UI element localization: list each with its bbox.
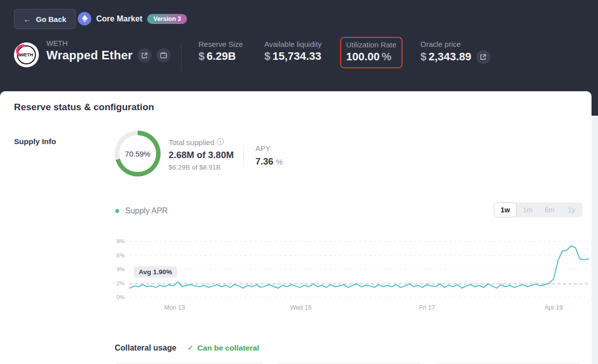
supply-gauge: 70.59% [115, 131, 161, 177]
currency-sign: $ [264, 50, 270, 63]
supply-gauge-value: 70.59% [119, 135, 156, 172]
go-back-button[interactable]: ← Go Back [14, 9, 76, 29]
average-apr-badge: Avg 1.90% [134, 266, 177, 278]
chart-legend: Supply APR [115, 206, 168, 215]
currency-sign: $ [420, 50, 426, 63]
y-axis-tick: 0% [105, 294, 125, 300]
section-title: Reserve status & configuration [14, 102, 154, 113]
stat-label: Reserve Size [199, 40, 243, 48]
range-6m[interactable]: 6m [539, 202, 561, 217]
x-axis-tick: Fri 17 [419, 304, 435, 311]
add-to-wallet-button[interactable] [157, 48, 171, 62]
supply-apr-chart: 8% 6% 4% 2% 0% Avg 1.90% Mon 13 Wed 15 F… [130, 241, 589, 297]
currency-sign: $ [199, 50, 204, 63]
version-badge: Version 3 [147, 14, 187, 24]
weth-token-glyph: WETH [17, 45, 36, 64]
x-axis-tick: Mon 13 [164, 304, 185, 311]
y-axis-tick: 2% [105, 280, 125, 286]
market-name: Core Market [96, 14, 142, 23]
check-icon: ✓ [188, 344, 194, 353]
apy-value: 7.36 [255, 156, 273, 167]
token-name: Wrapped Ether [46, 48, 133, 62]
stat-value: 6.29B [206, 50, 236, 63]
oracle-external-link-button[interactable] [476, 50, 490, 64]
stat-value: 15,734.33 [272, 50, 321, 63]
stat-value: 2,343.89 [428, 50, 471, 63]
weth-token-icon: WETH [14, 42, 39, 67]
chart-svg [130, 241, 589, 297]
y-axis-tick: 6% [105, 252, 125, 258]
total-supplied-label: Total supplied [169, 138, 214, 147]
scrollbar-track[interactable] [592, 116, 598, 364]
stat-available-liquidity: Available liquidity $15,734.33 [264, 40, 322, 63]
ethereum-icon [78, 12, 91, 25]
range-1m[interactable]: 1m [517, 202, 539, 217]
go-back-label: Go Back [36, 15, 66, 23]
external-link-icon [141, 52, 148, 59]
supply-apr-line [130, 246, 589, 288]
apy-label: APY [255, 144, 283, 153]
percent-sign: % [382, 50, 392, 63]
time-range-picker: 1w 1m 6m 1y [494, 202, 583, 217]
collateral-status: ✓ Can be collateral [188, 344, 259, 353]
stat-label: Oracle price [420, 40, 490, 48]
info-icon[interactable]: ⓘ [217, 138, 224, 147]
stat-label: Available liquidity [264, 40, 322, 48]
percent-sign: % [276, 158, 282, 166]
legend-dot-icon [115, 209, 119, 213]
apy-block: APY 7.36 % [255, 144, 283, 167]
token-symbol: WETH [46, 39, 171, 47]
range-1y[interactable]: 1y [561, 202, 583, 217]
external-link-icon [480, 54, 486, 60]
x-axis-tick: Apr 19 [545, 304, 563, 311]
stat-utilization-rate-highlighted: Utilization Rate 100.00% [340, 37, 402, 68]
reserve-config-panel: Reserve status & configuration Supply In… [0, 91, 592, 364]
supply-divider [243, 146, 244, 165]
header-divider [181, 43, 182, 72]
back-arrow-icon: ← [23, 15, 31, 23]
external-link-button[interactable] [138, 48, 152, 62]
total-supplied-block: Total supplied ⓘ 2.68M of 3.80M $6.29B o… [169, 138, 234, 171]
wallet-icon [160, 52, 167, 58]
token-texts: WETH Wrapped Ether [46, 39, 171, 62]
stat-oracle-price: Oracle price $2,343.89 [420, 40, 490, 64]
market-row: Core Market Version 3 [78, 12, 187, 25]
stat-label: Utilization Rate [346, 40, 397, 49]
collateral-usage-title: Collateral usage [115, 344, 177, 353]
collateral-status-label: Can be collateral [198, 344, 259, 353]
legend-label: Supply APR [125, 206, 168, 215]
y-axis-tick: 4% [105, 266, 125, 272]
stat-value: 100.00 [346, 50, 380, 63]
collateral-usage-row: Collateral usage ✓ Can be collateral [115, 344, 259, 353]
x-axis-tick: Wed 15 [290, 304, 312, 311]
y-axis-tick: 8% [105, 238, 125, 244]
supply-info-label: Supply Info [14, 137, 56, 146]
total-supplied-value: 2.68M of 3.80M [169, 150, 234, 161]
range-1w[interactable]: 1w [494, 202, 517, 217]
page-header: ← Go Back Core Market Version 3 WETH WET… [0, 0, 598, 91]
total-supplied-usd: $6.29B of $8.91B [169, 164, 234, 171]
stat-reserve-size: Reserve Size $6.29B [199, 40, 243, 63]
